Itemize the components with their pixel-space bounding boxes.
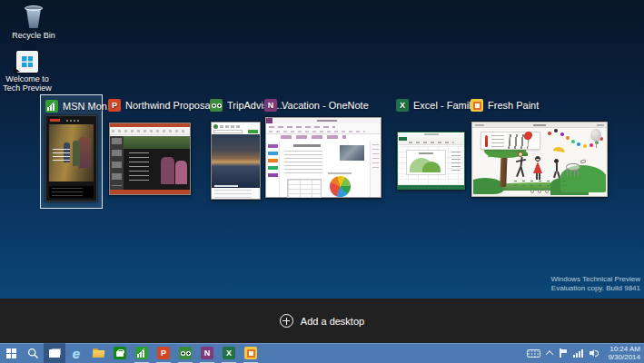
window-label: Fresh Paint (471, 99, 539, 112)
task-view-icon (49, 349, 60, 358)
ribbon (110, 127, 190, 135)
taskbar: e P N X 10:24 AM 9/30/2014 (0, 343, 644, 363)
tripadvisor-thumbnail[interactable] (211, 122, 261, 200)
cell-text-lines (451, 152, 461, 173)
recycle-bin-label: Recycle Bin (7, 31, 60, 40)
powerpoint-thumbnail[interactable] (109, 123, 191, 195)
touch-keyboard-icon[interactable] (527, 349, 540, 358)
signal-bar (581, 349, 583, 358)
msn-money-thumbnail[interactable] (45, 115, 97, 201)
task-view-window-fresh-paint[interactable]: Fresh Paint (471, 94, 609, 209)
clock-date: 9/30/2014 (608, 353, 640, 361)
windows-logo-icon (6, 348, 16, 358)
onenote-thumbnail[interactable] (265, 117, 381, 198)
palette-dot (560, 132, 564, 136)
volume-icon[interactable] (590, 348, 599, 358)
clock-time: 10:24 AM (608, 345, 640, 353)
note-text-lines (284, 151, 322, 174)
task-view-window-onenote[interactable]: N Vacation - OneNote (264, 94, 382, 209)
show-hidden-icons-chevron[interactable] (546, 350, 553, 358)
store-button[interactable] (109, 343, 131, 363)
start-button[interactable] (0, 343, 22, 363)
search-button[interactable] (22, 343, 44, 363)
ribbon (266, 123, 381, 134)
taskbar-clock[interactable]: 10:24 AM 9/30/2014 (606, 345, 640, 361)
page-footer (212, 188, 260, 199)
welcome-label: Welcome to Tech Preview (1, 74, 54, 93)
msn-money-taskbar-button[interactable] (131, 343, 153, 363)
palette-dot (566, 136, 570, 140)
site-logo (213, 124, 218, 129)
window-label: P Northwind Proposa... (108, 99, 219, 112)
page-heading (293, 144, 321, 147)
desktop-icon-recycle-bin[interactable]: Recycle Bin (7, 5, 60, 40)
paint-meter (485, 135, 488, 147)
task-view-window-excel[interactable]: X Excel - Family... (396, 94, 476, 209)
network-signal-icon[interactable] (573, 349, 583, 358)
palette-dot (548, 132, 551, 135)
note-photo (340, 145, 364, 161)
recycle-bin-rim (25, 5, 43, 11)
panel-text-lines (491, 135, 504, 147)
msn-logo (50, 119, 60, 122)
desktop-screen: Recycle Bin Welcome to Tech Preview Wind… (0, 0, 644, 363)
window-title: Northwind Proposa... (125, 100, 219, 111)
slide-text-lines (129, 152, 149, 182)
fresh-paint-icon (471, 99, 483, 112)
signal-bar (576, 353, 578, 358)
store-icon (114, 347, 126, 359)
fresh-paint-thumbnail[interactable] (471, 122, 608, 197)
area-chart (406, 150, 446, 175)
slide-panel (110, 136, 124, 190)
figure-man (515, 152, 526, 179)
statusbar (110, 190, 190, 194)
excel-icon: X (396, 99, 409, 112)
photo-person (79, 137, 91, 168)
photo-person (73, 141, 80, 166)
action-center-flag-icon[interactable] (559, 348, 567, 358)
window-label: MSN Mon... (45, 100, 115, 113)
canvas-button (538, 190, 541, 193)
chart-title (419, 152, 433, 154)
figure-leg (536, 173, 538, 180)
msn-money-icon (45, 100, 58, 113)
tripadvisor-icon (179, 347, 192, 359)
fresh-paint-taskbar-button[interactable] (240, 343, 262, 363)
powerpoint-icon: P (157, 347, 170, 359)
search-box (213, 130, 243, 133)
add-desktop-button[interactable]: Add a desktop (280, 314, 364, 328)
palette-dot (577, 142, 580, 146)
add-desktop-label: Add a desktop (301, 316, 364, 327)
desktops-bar: Add a desktop (0, 299, 644, 343)
powerpoint-taskbar-button[interactable]: P (153, 343, 174, 363)
owl-eye (186, 351, 191, 356)
headline-text-lines (53, 149, 70, 162)
search-button (248, 130, 258, 133)
tripadvisor-taskbar-button[interactable] (174, 343, 196, 363)
owl-eye (217, 103, 222, 108)
palette-dot (583, 144, 587, 148)
hero-photo (212, 134, 260, 190)
figure-leg (557, 172, 560, 178)
ribbon (398, 137, 464, 145)
excel-icon: X (223, 347, 235, 359)
photo-person (175, 161, 187, 184)
paint-canvas (473, 128, 606, 195)
task-view-button[interactable] (44, 343, 65, 363)
excel-thumbnail[interactable] (397, 132, 465, 190)
excel-taskbar-button[interactable]: X (218, 343, 240, 363)
task-view-window-msn-money[interactable]: MSN Mon... (40, 94, 103, 209)
photo-person (161, 157, 174, 184)
internet-explorer-button[interactable]: e (65, 343, 87, 363)
owl-eye (181, 351, 185, 356)
page-list-panel (370, 141, 381, 197)
onenote-taskbar-button[interactable]: N (196, 343, 218, 363)
task-view-window-powerpoint[interactable]: P Northwind Proposa... (108, 94, 192, 209)
tripadvisor-icon (210, 99, 223, 112)
nav-text-lines (220, 125, 242, 128)
figure-woman (533, 156, 544, 181)
internet-explorer-icon: e (73, 347, 80, 360)
desktop-icon-welcome[interactable]: Welcome to Tech Preview (1, 51, 54, 93)
folder-icon (93, 348, 104, 358)
file-explorer-button[interactable] (87, 343, 109, 363)
